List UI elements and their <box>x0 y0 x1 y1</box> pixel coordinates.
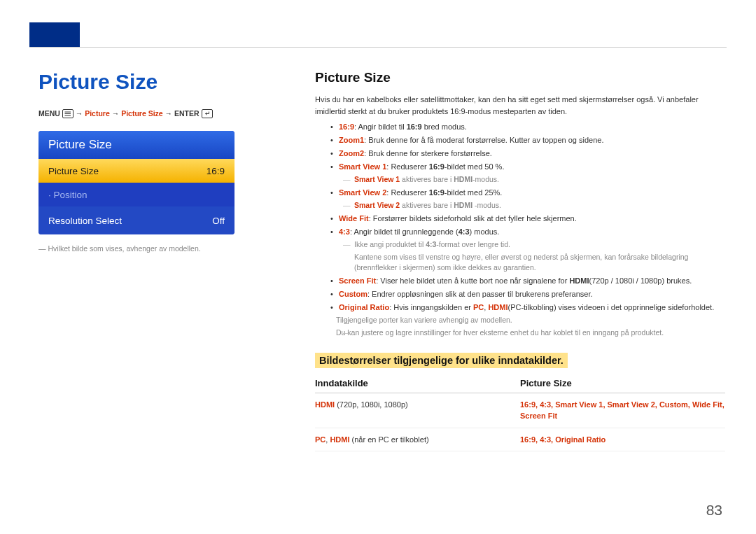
note-43a: Ikke angi produktet til 4:3-format over … <box>315 239 727 251</box>
menu-row-value: Off <box>212 216 225 226</box>
options-list3: Wide Fit: Forstørrer bildets sideforhold… <box>330 213 727 238</box>
breadcrumb-seg2: Picture Size <box>121 109 163 118</box>
option-widefit: Wide Fit: Forstørrer bildets sideforhold… <box>330 213 727 225</box>
header-rule <box>29 47 727 48</box>
options-list4: Screen Fit: Viser hele bildet uten å kut… <box>330 275 727 314</box>
menu-row-label: · Position <box>48 190 88 200</box>
page-number: 83 <box>706 502 722 519</box>
menu-caption: ― Hvilket bilde som vises, avhenger av m… <box>38 244 248 253</box>
menu-row-label: Resolution Select <box>48 216 122 226</box>
options-list: 16:9: Angir bildet til 16:9 bred modus. … <box>330 121 727 173</box>
option-43: 4:3: Angir bildet til grunnleggende (4:3… <box>330 226 727 238</box>
table-row: PC, HDMI (når en PC er tilkoblet) 16:9, … <box>315 428 725 452</box>
cell-source: HDMI (720p, 1080i, 1080p) <box>315 399 520 422</box>
breadcrumb-menu: MENU <box>38 109 60 118</box>
options-list2: Smart View 2: Reduserer 16:9-bildet med … <box>330 187 727 199</box>
option-custom: Custom: Endrer oppløsningen slik at den … <box>330 288 727 300</box>
menu-row-position[interactable]: · Position <box>38 183 234 206</box>
footnote-ports: Tilgjengelige porter kan variere avhengi… <box>315 315 727 326</box>
section-title: Picture Size <box>315 70 727 85</box>
page-title: Picture Size <box>38 70 284 94</box>
cell-source: PC, HDMI (når en PC er tilkoblet) <box>315 434 520 446</box>
breadcrumb: MENU → Picture → Picture Size → ENTER <box>38 109 284 118</box>
menu-row-picture-size[interactable]: Picture Size 16:9 <box>38 159 234 183</box>
note-sv1: Smart View 1 aktiveres bare i HDMI-modus… <box>315 174 727 185</box>
subsection-title: Bildestørrelser tilgjengelige for ulike … <box>315 353 568 368</box>
menu-row-value: 16:9 <box>206 166 225 176</box>
left-column: Picture Size MENU → Picture → Picture Si… <box>38 70 284 253</box>
th-size: Picture Size <box>520 375 725 393</box>
cell-sizes: 16:9, 4:3, Smart View 1, Smart View 2, C… <box>520 399 725 422</box>
breadcrumb-enter: ENTER <box>174 109 200 118</box>
option-zoom2: Zoom2: Bruk denne for sterkere forstørre… <box>330 148 727 160</box>
header-accent-block <box>29 22 80 48</box>
option-smartview1: Smart View 1: Reduserer 16:9-bildet med … <box>330 161 727 173</box>
right-column: Picture Size Hvis du har en kabelboks el… <box>315 70 727 451</box>
table-row: HDMI (720p, 1080i, 1080p) 16:9, 4:3, Sma… <box>315 393 725 428</box>
option-zoom1: Zoom1: Bruk denne for å få moderat forst… <box>330 134 727 146</box>
menu-row-label: Picture Size <box>48 166 99 176</box>
option-smartview2: Smart View 2: Reduserer 16:9-bildet med … <box>330 187 727 199</box>
menu-icon <box>62 109 74 118</box>
th-source: Inndatakilde <box>315 375 520 393</box>
menu-panel: Picture Size Picture Size 16:9 · Positio… <box>38 131 234 234</box>
note-43b: Kantene som vises til venstre og høyre, … <box>315 252 727 274</box>
footnote-adjust: Du kan justere og lagre innstillinger fo… <box>315 328 727 339</box>
intro-text: Hvis du har en kabelboks eller satellitt… <box>315 94 727 117</box>
option-169: 16:9: Angir bildet til 16:9 bred modus. <box>330 121 727 133</box>
sizes-table: Inndatakilde Picture Size HDMI (720p, 10… <box>315 375 725 452</box>
menu-row-resolution-select[interactable]: Resolution Select Off <box>38 206 234 234</box>
cell-sizes: 16:9, 4:3, Original Ratio <box>520 434 725 446</box>
table-header: Inndatakilde Picture Size <box>315 375 725 393</box>
option-original: Original Ratio: Hvis inngangskilden er P… <box>330 302 727 314</box>
menu-panel-title: Picture Size <box>38 131 234 159</box>
enter-icon <box>202 109 213 118</box>
breadcrumb-seg1: Picture <box>85 109 110 118</box>
note-sv2: Smart View 2 aktiveres bare i HDMI -modu… <box>315 200 727 211</box>
option-screenfit: Screen Fit: Viser hele bildet uten å kut… <box>330 275 727 287</box>
